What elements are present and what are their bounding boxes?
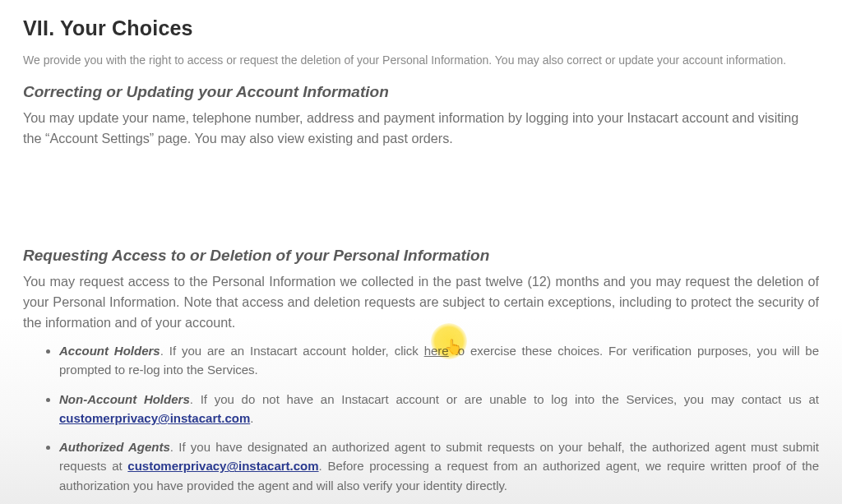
bullet-list: Account Holders. If you are an Instacart… xyxy=(23,341,819,495)
section-body-requesting: You may request access to the Personal I… xyxy=(23,271,819,333)
email-link[interactable]: customerprivacy@instacart.com xyxy=(59,411,250,425)
list-item: Account Holders. If you are an Instacart… xyxy=(59,341,819,380)
email-link[interactable]: customerprivacy@instacart.com xyxy=(127,459,318,473)
spacer xyxy=(23,155,819,234)
bullet-lead-authorized-agents: Authorized Agents xyxy=(59,440,170,454)
section-body-correcting: You may update your name, telephone numb… xyxy=(23,108,819,149)
list-item: Non-Account Holders. If you do not have … xyxy=(59,390,819,428)
document-page: VII. Your Choices We provide you with th… xyxy=(0,0,842,504)
bullet-text: . If you are an Instacart account holder… xyxy=(160,344,424,358)
list-item: Authorized Agents. If you have designate… xyxy=(59,437,819,495)
section-heading-correcting: Correcting or Updating your Account Info… xyxy=(23,83,819,101)
intro-paragraph: We provide you with the right to access … xyxy=(23,52,819,70)
section-heading-requesting: Requesting Access to or Deletion of your… xyxy=(23,247,819,265)
bullet-text: . If you do not have an Instacart accoun… xyxy=(190,392,819,406)
bullet-text: . xyxy=(250,411,253,425)
bullet-lead-account-holders: Account Holders xyxy=(59,344,160,358)
bullet-lead-non-account: Non-Account Holders xyxy=(59,392,190,406)
exercise-choices-link[interactable]: here xyxy=(424,344,449,358)
page-title: VII. Your Choices xyxy=(23,16,819,40)
